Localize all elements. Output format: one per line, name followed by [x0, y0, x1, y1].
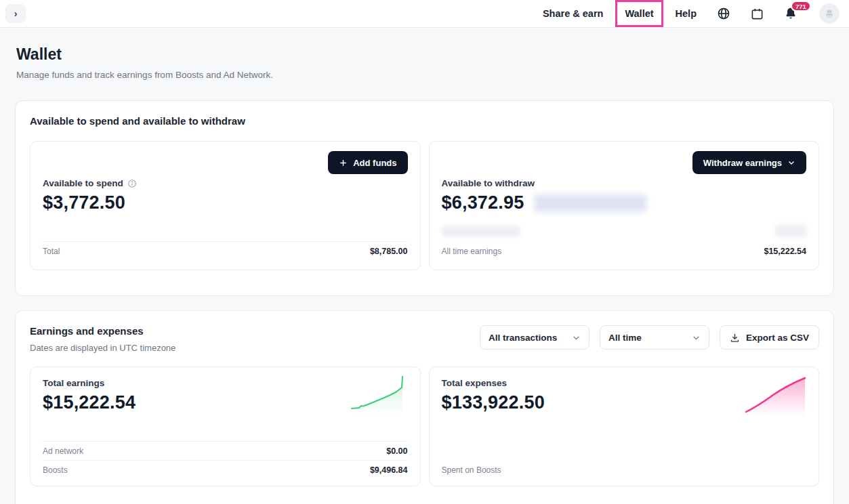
chevron-down-icon [692, 333, 701, 342]
row-value: $9,496.84 [370, 465, 408, 475]
available-to-spend-label: Available to spend [43, 178, 123, 188]
bell-icon[interactable]: 771 [784, 7, 798, 20]
add-funds-button[interactable]: Add funds [328, 151, 407, 174]
row-label: Boosts [43, 465, 68, 475]
row-label: Ad network [43, 446, 83, 456]
redacted-blur [535, 194, 646, 212]
download-icon [730, 333, 740, 343]
withdraw-earnings-label: Withdraw earnings [703, 158, 782, 168]
redacted-blur [442, 226, 520, 236]
avatar[interactable] [819, 3, 840, 24]
earnings-row-boosts: Boosts $9,496.84 [43, 461, 408, 479]
add-funds-label: Add funds [353, 158, 396, 168]
total-value: $8,785.00 [370, 247, 408, 256]
available-to-spend-value: $3,772.50 [43, 192, 408, 213]
available-to-withdraw-label: Available to withdraw [442, 178, 535, 188]
balances-section-title: Available to spend and available to with… [30, 115, 819, 127]
nav-help[interactable]: Help [676, 8, 697, 19]
transactions-filter-dropdown[interactable]: All transactions [480, 325, 589, 350]
earnings-expenses-section: Earnings and expenses Dates are displaye… [15, 310, 834, 504]
export-csv-label: Export as CSV [746, 333, 809, 343]
available-to-withdraw-value: $6,372.95 [442, 192, 524, 213]
all-time-earnings-label: All time earnings [442, 247, 502, 256]
available-to-withdraw-card: Withdraw earnings Available to withdraw … [429, 141, 820, 270]
total-expenses-card: Total expenses $133,922.50 Spent on Boos… [429, 366, 820, 486]
spent-on-boosts-note: Spent on Boosts [442, 465, 807, 479]
period-filter-dropdown[interactable]: All time [600, 325, 709, 350]
top-navigation: Share & earn Wallet Help 77 [543, 3, 840, 24]
nav-wallet-wrapper: Wallet [623, 7, 655, 20]
chevron-down-icon [787, 159, 795, 167]
total-label: Total [43, 247, 60, 256]
row-value: $0.00 [386, 446, 407, 456]
calendar-icon[interactable] [751, 7, 764, 20]
plus-icon [339, 159, 348, 167]
available-to-spend-card: Add funds Available to spend $3,772.50 T… [30, 141, 421, 270]
balances-section: Available to spend and available to with… [15, 100, 834, 296]
sidebar-expand-button[interactable]: › [5, 4, 26, 23]
chevron-down-icon [572, 333, 581, 342]
expenses-sparkline-chart [743, 374, 808, 416]
withdraw-earnings-button[interactable]: Withdraw earnings [692, 151, 806, 174]
top-bar: › Share & earn Wallet Help [0, 0, 849, 28]
earnings-sparkline-chart [350, 374, 409, 415]
info-icon[interactable] [127, 179, 137, 188]
page-title: Wallet [16, 45, 833, 64]
globe-icon[interactable] [717, 7, 730, 20]
notification-count-badge: 771 [791, 1, 811, 12]
page-subtitle: Manage funds and track earnings from Boo… [16, 70, 833, 80]
nav-wallet[interactable]: Wallet [625, 8, 653, 19]
period-filter-value: All time [608, 333, 642, 343]
export-csv-button[interactable]: Export as CSV [720, 325, 819, 350]
total-earnings-card: Total earnings $15,222.54 Ad network $0.… [30, 366, 421, 486]
earnings-row-ad-network: Ad network $0.00 [43, 442, 408, 460]
all-time-earnings-value: $15,222.54 [764, 247, 806, 256]
transactions-filter-value: All transactions [489, 333, 557, 343]
redacted-blur [775, 225, 806, 237]
earnings-section-title: Earnings and expenses [30, 325, 175, 337]
earnings-section-subtitle: Dates are displayed in UTC timezone [30, 343, 175, 353]
nav-share-and-earn[interactable]: Share & earn [543, 8, 603, 19]
